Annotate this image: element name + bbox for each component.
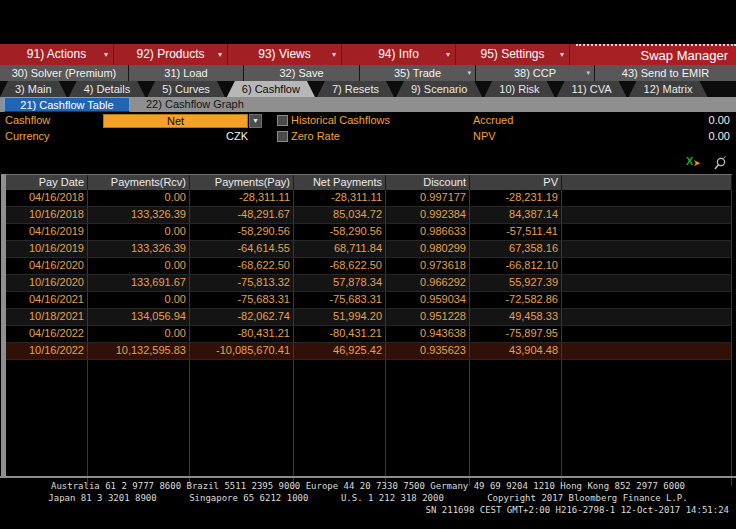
- toolbar-button-label: 43) Send to EMIR: [622, 67, 709, 79]
- cell-pv: 49,458.33: [470, 309, 562, 325]
- cell-payments-pay: -75,683.31: [190, 292, 294, 308]
- cell-pay-date: 04/16/2020: [6, 258, 88, 274]
- toolbar-button[interactable]: 43) Send to EMIR ▾: [595, 65, 736, 81]
- table-row[interactable]: 04/16/2020 0.00 -68,622.50 -68,622.50 0.…: [6, 258, 732, 275]
- cell-pay-date: 10/18/2021: [6, 309, 88, 325]
- cell-payments-rcv: 0.00: [88, 326, 190, 342]
- menu-item-label: 92) Products: [136, 47, 204, 61]
- tab[interactable]: 3) Main: [0, 81, 67, 97]
- zero-rate-label: Zero Rate: [291, 130, 340, 142]
- cell-discount: 0.997177: [386, 190, 470, 206]
- cell-payments-rcv: 133,326.39: [88, 207, 190, 223]
- chevron-down-icon: ▾: [218, 44, 222, 65]
- toolbar-button[interactable]: 38) CCP ▾: [476, 65, 595, 81]
- cell-payments-pay: -75,813.32: [190, 275, 294, 291]
- tab[interactable]: 4) Details: [69, 81, 145, 97]
- cell-discount: 0.973618: [386, 258, 470, 274]
- cell-pv: 55,927.39: [470, 275, 562, 291]
- cell-payments-rcv: 0.00: [88, 258, 190, 274]
- cell-pv: 43,904.48: [470, 343, 562, 359]
- cell-payments-rcv: 0.00: [88, 190, 190, 206]
- historical-cashflows-label: Historical Cashflows: [291, 114, 390, 126]
- toolbar-button[interactable]: 32) Save ▾: [244, 65, 360, 81]
- table-column-header: Net Payments: [294, 175, 386, 190]
- toolbar-button[interactable]: 30) Solver (Premium) ▾: [0, 65, 129, 81]
- table-row[interactable]: 10/16/2020 133,691.67 -75,813.32 57,878.…: [6, 275, 732, 292]
- cell-payments-pay: -58,290.56: [190, 224, 294, 240]
- table-row[interactable]: 10/18/2021 134,056.94 -82,062.74 51,994.…: [6, 309, 732, 326]
- cell-net-payments: 68,711.84: [294, 241, 386, 257]
- table-row[interactable]: 10/16/2022 10,132,595.83 -10,085,670.41 …: [6, 343, 732, 360]
- menu-item[interactable]: 91) Actions ▾: [0, 44, 114, 65]
- chevron-down-icon: ▾: [586, 65, 590, 81]
- tab[interactable]: 6) Cashflow: [227, 81, 315, 97]
- table-column-header: Payments(Pay): [190, 175, 294, 190]
- cell-payments-rcv: 0.00: [88, 224, 190, 240]
- swap-manager-window: 91) Actions ▾ 92) Products ▾ 93) Views ▾…: [0, 0, 736, 529]
- menu-item[interactable]: 92) Products ▾: [114, 44, 228, 65]
- zero-rate-checkbox[interactable]: [277, 131, 288, 142]
- npv-label: NPV: [473, 130, 496, 142]
- cell-net-payments: -68,622.50: [294, 258, 386, 274]
- cell-payments-pay: -10,085,670.41: [190, 343, 294, 359]
- cell-pv: -66,812.10: [470, 258, 562, 274]
- zoom-search-icon[interactable]: [713, 156, 727, 171]
- toolbar-button-label: 31) Load: [164, 67, 207, 79]
- table-row[interactable]: 04/16/2021 0.00 -75,683.31 -75,683.31 0.…: [6, 292, 732, 309]
- cell-pay-date: 04/16/2021: [6, 292, 88, 308]
- cell-net-payments: -28,311.11: [294, 190, 386, 206]
- cell-payments-pay: -28,311.11: [190, 190, 294, 206]
- export-to-excel-icon[interactable]: X➤: [686, 155, 702, 169]
- cell-discount: 0.943638: [386, 326, 470, 342]
- currency-label: Currency: [5, 130, 50, 142]
- tab[interactable]: 11) CVA: [557, 81, 627, 97]
- cell-net-payments: 46,925.42: [294, 343, 386, 359]
- tab[interactable]: 9) Scenario: [396, 81, 482, 97]
- chevron-down-icon: ▾: [467, 65, 471, 81]
- subtab-cashflow-table[interactable]: 21) Cashflow Table: [4, 97, 130, 112]
- toolbar-button-label: 35) Trade: [394, 67, 441, 79]
- table-header-row: Pay Date Payments(Rcv) Payments(Pay) Net…: [6, 174, 732, 190]
- currency-value: CZK: [103, 130, 248, 142]
- tab[interactable]: 7) Resets: [317, 81, 394, 97]
- cell-payments-rcv: 0.00: [88, 292, 190, 308]
- tab[interactable]: 5) Curves: [147, 81, 225, 97]
- tab[interactable]: 10) Risk: [484, 81, 554, 97]
- table-row[interactable]: 04/16/2018 0.00 -28,311.11 -28,311.11 0.…: [6, 190, 732, 207]
- accrued-value: 0.00: [709, 114, 730, 126]
- chevron-down-icon[interactable]: ▼: [249, 114, 262, 128]
- cell-discount: 0.959034: [386, 292, 470, 308]
- menu-item-label: 91) Actions: [27, 47, 86, 61]
- cell-pv: -75,897.95: [470, 326, 562, 342]
- menu-item-label: 94) Info: [378, 47, 419, 61]
- cell-pv: -57,511.41: [470, 224, 562, 240]
- cell-payments-pay: -48,291.67: [190, 207, 294, 223]
- cell-pay-date: 04/16/2019: [6, 224, 88, 240]
- table-row[interactable]: 04/16/2022 0.00 -80,431.21 -80,431.21 0.…: [6, 326, 732, 343]
- menu-item[interactable]: 94) Info ▾: [342, 44, 456, 65]
- table-row[interactable]: 04/16/2019 0.00 -58,290.56 -58,290.56 0.…: [6, 224, 732, 241]
- chevron-down-icon: ▾: [332, 44, 336, 65]
- cell-net-payments: 57,878.34: [294, 275, 386, 291]
- menu-item[interactable]: 93) Views ▾: [228, 44, 342, 65]
- table-row[interactable]: 10/16/2018 133,326.39 -48,291.67 85,034.…: [6, 207, 732, 224]
- cell-pay-date: 10/16/2018: [6, 207, 88, 223]
- subtab-bar: 21) Cashflow Table 22) Cashflow Graph: [0, 97, 736, 112]
- cell-pay-date: 04/16/2022: [6, 326, 88, 342]
- subtab-cashflow-graph[interactable]: 22) Cashflow Graph: [136, 97, 254, 112]
- cell-payments-rcv: 133,326.39: [88, 241, 190, 257]
- menu-items: 91) Actions ▾ 92) Products ▾ 93) Views ▾…: [0, 44, 570, 65]
- cell-pay-date: 10/16/2020: [6, 275, 88, 291]
- toolbar-button[interactable]: 31) Load ▾: [129, 65, 244, 81]
- table-column-header: Payments(Rcv): [88, 175, 190, 190]
- toolbar-button[interactable]: 35) Trade ▾: [360, 65, 476, 81]
- tab[interactable]: 12) Matrix: [629, 81, 708, 97]
- accrued-label: Accrued: [473, 114, 513, 126]
- cashflow-select[interactable]: Net: [103, 114, 248, 128]
- historical-cashflows-checkbox[interactable]: [277, 115, 288, 126]
- menu-item[interactable]: 95) Settings ▾: [456, 44, 570, 65]
- menu-bar: 91) Actions ▾ 92) Products ▾ 93) Views ▾…: [0, 44, 736, 65]
- cell-discount: 0.992384: [386, 207, 470, 223]
- cell-pv: 84,387.14: [470, 207, 562, 223]
- table-row[interactable]: 10/16/2019 133,326.39 -64,614.55 68,711.…: [6, 241, 732, 258]
